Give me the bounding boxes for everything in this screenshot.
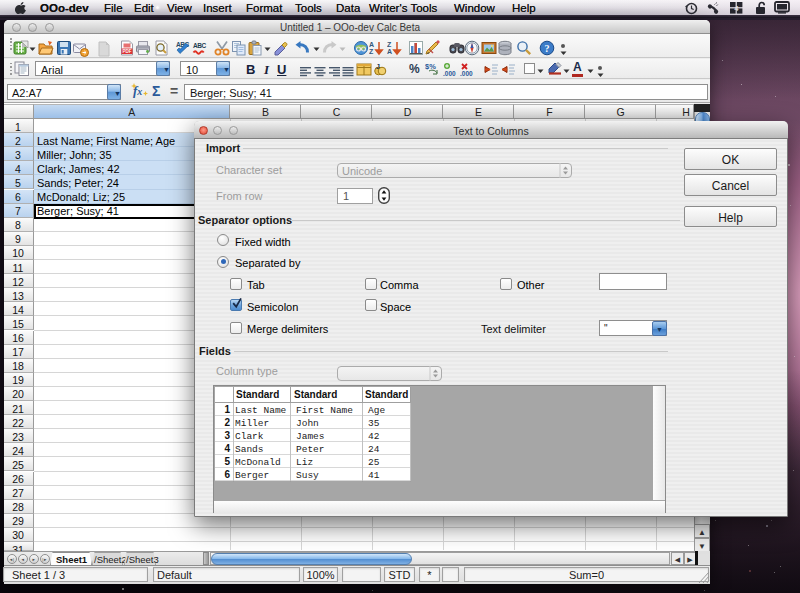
svg-text:.000: .000 (460, 70, 473, 77)
svg-text:ABC: ABC (193, 42, 206, 49)
svg-text:.000: .000 (443, 70, 456, 77)
svg-text:A: A (369, 41, 374, 48)
svg-text:$%: $% (425, 62, 436, 71)
svg-text:PDF: PDF (123, 49, 132, 54)
svg-text:Z: Z (387, 41, 392, 48)
svg-text:4: 4 (734, 4, 739, 13)
svg-text:A: A (387, 48, 392, 55)
svg-text:J: J (376, 63, 380, 70)
svg-text:Z: Z (369, 48, 374, 55)
svg-text:?: ? (545, 43, 550, 54)
